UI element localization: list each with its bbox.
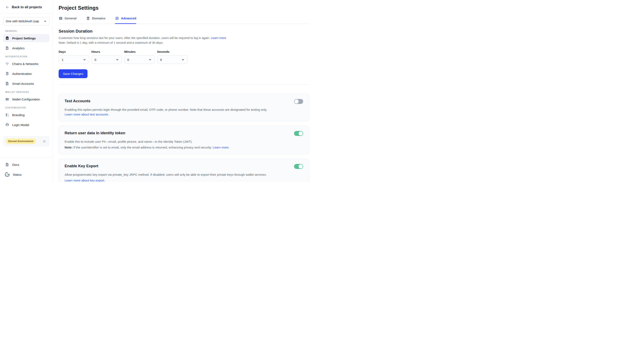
seconds-field: Seconds 0: [157, 50, 188, 64]
description-text: Customize how long sessions last for you…: [59, 36, 210, 40]
tab-advanced[interactable]: Advanced: [115, 16, 136, 24]
card-title: Return user data in identity token: [65, 131, 303, 135]
sidebar-item-authentication[interactable]: Authentication: [3, 70, 50, 78]
minutes-field: Minutes 0: [124, 50, 155, 64]
sidebar-item-label: Status: [13, 173, 22, 176]
sidebar: Back to all projects One with Web3Auth (…: [0, 0, 53, 182]
save-changes-button[interactable]: Save Changes: [59, 69, 87, 78]
minutes-select[interactable]: 0: [124, 55, 155, 64]
hours-select[interactable]: 0: [91, 55, 122, 64]
page-title: Project Settings: [59, 5, 309, 11]
divider: [59, 84, 309, 85]
note-text: If the userIdentifier is set to email, o…: [72, 146, 212, 149]
description-text: Enable this to include user PII—email, p…: [65, 139, 273, 144]
identity-token-card: Return user data in identity token Enabl…: [59, 126, 309, 154]
nav-section-authentication: AUTHENTICATION: [5, 55, 50, 58]
tab-bar: General Domains Advanced: [59, 16, 309, 24]
nav-section-wallet-services: WALLET SERVICES: [5, 91, 50, 93]
note-label: Note:: [65, 146, 72, 149]
sidebar-item-login-modal[interactable]: Login Modal: [3, 121, 50, 129]
arrow-left-icon: [5, 5, 9, 9]
branding-icon: [5, 113, 9, 117]
identity-token-toggle[interactable]: [294, 131, 303, 136]
sidebar-item-project-settings[interactable]: Project Settings: [3, 34, 50, 42]
sidebar-item-label: Login Modal: [12, 123, 29, 127]
sidebar-item-wallet-configuration[interactable]: Wallet Configuration: [3, 95, 50, 103]
project-settings-icon: [5, 36, 9, 40]
user-icon: [5, 123, 9, 127]
sidebar-item-chains-networks[interactable]: Chains & Networks: [3, 60, 50, 68]
test-accounts-toggle[interactable]: [294, 99, 303, 104]
settings-cards: Test Accounts Enabling this option permi…: [59, 94, 309, 182]
hours-field: Hours 0: [91, 50, 122, 64]
database-icon: [5, 72, 9, 76]
nav-section-general: GENERAL: [5, 30, 50, 32]
sidebar-item-analytics[interactable]: Analytics: [3, 44, 50, 52]
session-duration-description: Customize how long sessions last for you…: [59, 36, 309, 45]
sidebar-item-smart-accounts[interactable]: Smart Accounts: [3, 79, 50, 88]
key-export-toggle[interactable]: [294, 164, 303, 169]
sidebar-item-label: Smart Accounts: [12, 82, 34, 85]
sidebar-item-label: Wallet Configuration: [12, 97, 40, 101]
sidebar-item-label: Authentication: [12, 72, 32, 75]
duration-fields: Days 1 Hours 0 Minutes 0 Seconds 0: [59, 50, 309, 64]
tab-label: General: [65, 17, 77, 20]
card-description: Enable this to include user PII—email, p…: [65, 139, 273, 150]
sidebar-item-status[interactable]: Status: [3, 170, 50, 179]
session-duration-note: Note: Default is 1 day, with a minimum o…: [59, 40, 309, 45]
tab-label: Domains: [92, 17, 105, 20]
table-icon: [59, 16, 63, 21]
days-field: Days 1: [59, 50, 89, 64]
sidebar-item-branding[interactable]: Branding: [3, 111, 50, 119]
document-icon: [5, 81, 9, 86]
seconds-select[interactable]: 0: [157, 55, 188, 64]
environment-badge: Devnet Environment: [6, 139, 36, 144]
minutes-value: 0: [127, 58, 129, 61]
sidebar-item-label: Analytics: [12, 47, 25, 50]
session-duration-title: Session Duration: [59, 29, 309, 34]
learn-more-link[interactable]: Learn more.: [213, 146, 230, 149]
back-label: Back to all projects: [12, 5, 42, 9]
sidebar-item-docs[interactable]: Docs: [3, 160, 50, 169]
wifi-icon: [5, 62, 9, 66]
sidebar-footer: Docs Status: [0, 157, 52, 182]
cookie-status-icon: [4, 172, 10, 177]
seconds-value: 0: [160, 58, 162, 61]
close-icon[interactable]: [43, 140, 46, 143]
learn-more-link[interactable]: Learn more: [211, 36, 226, 40]
analytics-icon: [5, 46, 9, 50]
back-to-projects-link[interactable]: Back to all projects: [0, 0, 52, 13]
nav-section-customization: CUSTOMIZATION: [5, 106, 50, 109]
main-content: Project Settings General Domains Advance…: [53, 0, 312, 182]
minutes-label: Minutes: [124, 50, 155, 53]
tab-general[interactable]: General: [59, 16, 77, 24]
learn-more-key-export-link[interactable]: Learn more about key export.: [65, 179, 105, 182]
tab-domains[interactable]: Domains: [86, 16, 105, 24]
sliders-icon: [115, 16, 119, 21]
project-selector[interactable]: One with Web3Auth (sap: [3, 17, 50, 25]
description-text: Allow programmatic key export via privat…: [65, 172, 285, 177]
card-title: Enable Key Export: [65, 164, 303, 168]
sidebar-item-label: Branding: [12, 113, 25, 117]
chevron-down-icon: [149, 58, 152, 61]
description-text: Enabling this option permits login throu…: [65, 108, 267, 111]
wallet-icon: [5, 97, 9, 101]
learn-more-test-accounts-link[interactable]: Learn more about test accounts: [65, 113, 108, 116]
project-selector-value: One with Web3Auth (sap: [6, 20, 39, 23]
hours-value: 0: [95, 58, 96, 61]
sidebar-item-label: Project Settings: [12, 37, 36, 40]
days-value: 1: [62, 58, 63, 61]
card-description: Enabling this option permits login throu…: [65, 107, 273, 117]
sidebar-item-label: Chains & Networks: [12, 62, 39, 66]
link-suffix: .: [108, 113, 110, 116]
database-icon: [86, 16, 90, 21]
days-select[interactable]: 1: [59, 55, 89, 64]
divider: [0, 13, 52, 13]
environment-card: Devnet Environment: [3, 136, 50, 147]
chevron-down-icon: [83, 58, 86, 61]
seconds-label: Seconds: [157, 50, 188, 53]
chevron-down-icon: [181, 58, 184, 61]
sidebar-nav: GENERAL Project Settings Analytics AUTHE…: [0, 25, 52, 131]
test-accounts-card: Test Accounts Enabling this option permi…: [59, 94, 309, 121]
card-title: Test Accounts: [65, 99, 303, 103]
